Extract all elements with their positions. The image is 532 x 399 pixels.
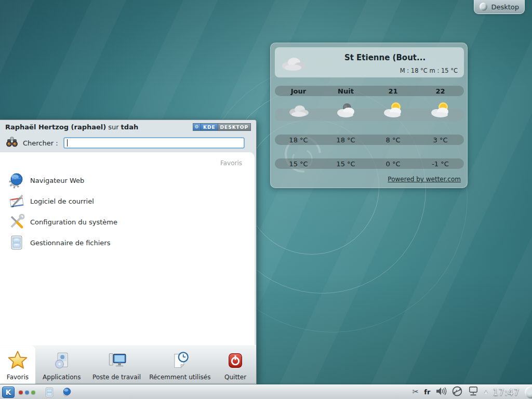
day-temp: 8 °C <box>369 136 417 144</box>
day-temp: 18 °C <box>275 136 322 144</box>
favorites-list: Navigateur Web <box>0 170 255 253</box>
search-input[interactable] <box>63 137 245 149</box>
digital-clock[interactable]: 17:47 <box>493 387 520 397</box>
kickoff-titlebar: Raphaël Hertzog (raphael)surtdah ⚙ KDE D… <box>0 120 256 134</box>
day-temp: 18 °C <box>322 136 369 144</box>
file-manager-launcher-icon[interactable] <box>44 387 55 398</box>
computer-icon <box>108 351 126 372</box>
kde-desktop-badge: ⚙ KDE DESKTOP <box>193 123 251 131</box>
kickoff-search-row: Chercher : <box>0 134 256 152</box>
kmenu-button[interactable]: K <box>2 387 15 398</box>
list-item-file-manager[interactable]: Gestionnaire de fichiers <box>0 232 255 253</box>
tab-favoris[interactable]: Favoris <box>0 345 35 384</box>
night-temp: 15 °C <box>275 160 322 168</box>
cloud-icon <box>280 54 307 74</box>
weather-col-label: 22 <box>417 87 464 95</box>
weather-column-headers: Jour Nuit 21 22 <box>275 86 464 96</box>
red-dot-icon[interactable] <box>19 390 23 394</box>
activity-dots[interactable] <box>19 390 35 394</box>
list-item-web-browser[interactable]: Navigateur Web <box>0 170 255 191</box>
kickoff-menu: Raphaël Hertzog (raphael)surtdah ⚙ KDE D… <box>0 119 257 384</box>
email-icon <box>8 193 25 209</box>
tab-quitter[interactable]: Quitter <box>215 345 256 384</box>
cashew-icon <box>480 3 487 11</box>
star-icon <box>7 350 28 372</box>
host-name: tdah <box>121 123 139 131</box>
tab-label: Quitter <box>224 374 246 381</box>
panel-cashew-icon[interactable] <box>525 386 532 398</box>
list-item-email[interactable]: Logiciel de courriel <box>0 191 255 211</box>
web-browser-launcher-icon[interactable] <box>61 387 73 398</box>
title-connector: sur <box>106 123 121 131</box>
system-tray: ✂ fr ▲ 17:47 <box>413 386 529 398</box>
kickoff-content: Favoris Navigateur Web <box>0 152 255 345</box>
night-cloudy-icon <box>322 102 369 121</box>
day-temp: 3 °C <box>417 136 464 144</box>
volume-icon[interactable] <box>435 387 447 398</box>
night-temp: -1 °C <box>417 160 464 168</box>
search-input-wrap <box>63 137 245 149</box>
weather-minmax: M : 18 °C m : 15 °C <box>400 67 458 74</box>
weather-widget[interactable]: St Etienne (Bout... M : 18 °C m : 15 °C … <box>270 43 468 188</box>
tab-label: Poste de travail <box>92 374 141 381</box>
system-settings-icon <box>8 214 25 230</box>
night-temp: 15 °C <box>322 160 369 168</box>
kickoff-tabbar: Favoris Applications <box>0 345 256 384</box>
badge-desktop-label: DESKTOP <box>218 124 250 130</box>
powered-by-link[interactable]: Powered by wetter.com <box>388 176 461 183</box>
weather-night-temps: 15 °C 15 °C 0 °C -1 °C <box>275 158 464 169</box>
tab-label: Récemment utilisés <box>149 374 210 381</box>
green-dot-icon[interactable] <box>31 390 35 394</box>
tab-label: Favoris <box>7 374 29 381</box>
kde-logo-icon: K <box>6 389 11 396</box>
weather-forecast-icons <box>275 109 464 121</box>
applications-icon <box>52 351 71 372</box>
tab-poste-de-travail[interactable]: Poste de travail <box>88 345 145 384</box>
badge-kde-label: KDE <box>201 124 218 130</box>
text-caret <box>67 139 68 147</box>
file-manager-icon <box>8 234 25 251</box>
list-item-system-settings[interactable]: Configuration du système <box>0 211 255 232</box>
partly-sunny-icon <box>417 102 464 121</box>
tray-expander-icon[interactable]: ▲ <box>484 390 487 394</box>
list-item-label: Gestionnaire de fichiers <box>30 239 110 247</box>
kde-gear-icon: ⚙ <box>193 124 201 130</box>
breadcrumb: Favoris <box>220 159 242 167</box>
weather-col-label: Nuit <box>322 87 369 95</box>
user-name: Raphaël Hertzog (raphael) <box>5 123 106 131</box>
weather-location-title: St Etienne (Bout... <box>311 53 459 62</box>
recent-documents-icon <box>170 351 189 372</box>
user-host-title: Raphaël Hertzog (raphael)surtdah <box>5 123 138 131</box>
binoculars-icon <box>5 135 19 151</box>
clipboard-scissors-icon[interactable]: ✂ <box>413 388 419 396</box>
device-notifier-icon[interactable] <box>452 386 462 398</box>
cloudy-icon <box>275 102 322 121</box>
display-network-icon[interactable] <box>468 386 479 398</box>
tab-label: Applications <box>43 374 81 381</box>
taskbar-panel: K ✂ fr <box>0 384 532 399</box>
tab-recemment-utilises[interactable]: Récemment utilisés <box>145 345 215 384</box>
desktop-toolbox[interactable]: Desktop <box>474 0 525 14</box>
night-temp: 0 °C <box>369 160 417 168</box>
weather-col-label: Jour <box>275 87 322 95</box>
keyboard-layout-indicator[interactable]: fr <box>424 388 430 396</box>
weather-day-temps: 18 °C 18 °C 8 °C 3 °C <box>275 135 464 145</box>
power-icon <box>226 351 245 372</box>
list-item-label: Navigateur Web <box>30 177 84 184</box>
weather-header: St Etienne (Bout... M : 18 °C m : 15 °C <box>275 47 464 77</box>
web-browser-icon <box>8 172 25 189</box>
search-label: Chercher : <box>23 139 58 147</box>
tab-applications[interactable]: Applications <box>35 345 88 384</box>
partly-sunny-icon <box>369 102 417 121</box>
desktop-toolbox-label: Desktop <box>491 3 519 11</box>
list-item-label: Configuration du système <box>30 218 117 226</box>
blue-dot-icon[interactable] <box>25 390 29 394</box>
list-item-label: Logiciel de courriel <box>30 197 94 205</box>
weather-col-label: 21 <box>369 87 417 95</box>
